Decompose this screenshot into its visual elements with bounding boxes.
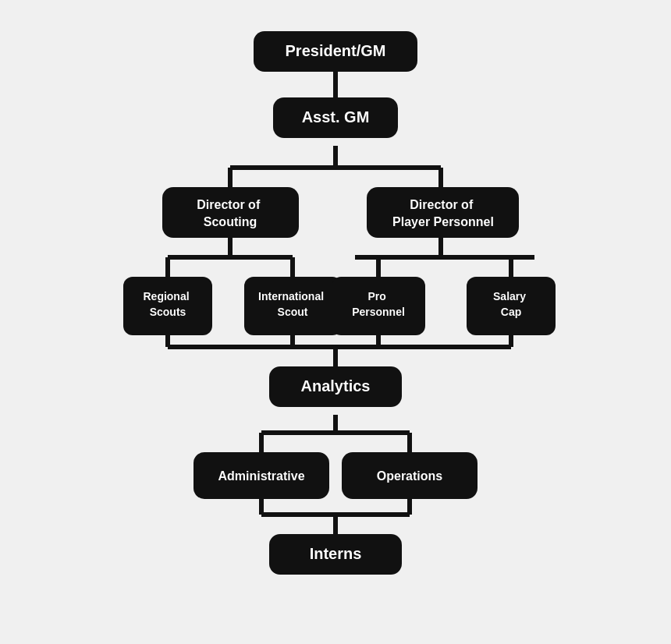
- svg-rect-30: [367, 187, 519, 238]
- interns-node: Interns: [310, 545, 362, 562]
- chart-wrapper: President/GM Asst. GM Director of Scouti…: [0, 0, 671, 644]
- svg-rect-29: [162, 187, 299, 238]
- analytics-node: Analytics: [301, 377, 371, 395]
- president-gm-node: President/GM: [286, 42, 386, 59]
- asst-gm-node: Asst. GM: [302, 108, 370, 126]
- administrative-node: Administrative: [218, 469, 304, 483]
- operations-node: Operations: [377, 469, 443, 483]
- org-chart: President/GM Asst. GM Director of Scouti…: [109, 23, 562, 644]
